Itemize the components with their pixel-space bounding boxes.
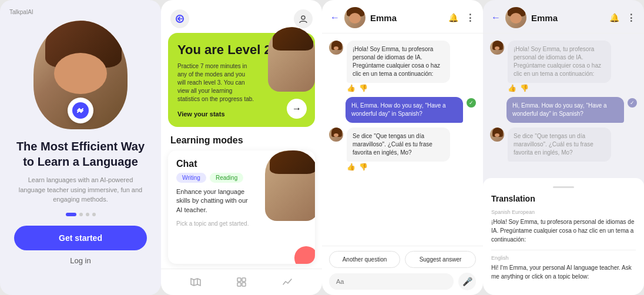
translation-divider <box>491 250 636 250</box>
nav-icon-button[interactable] <box>170 9 189 28</box>
chat-header: ← Emma 🔔 ⋮ <box>322 0 483 33</box>
chat-screen: ← Emma 🔔 ⋮ ¡Hola! Soy Emma, tu profesora… <box>322 0 483 295</box>
suggest-answer-button[interactable]: Suggest answer <box>405 251 476 268</box>
dot-3 <box>86 213 89 216</box>
translation-lang-1: Spanish European <box>491 209 636 215</box>
translation-text-1: ¡Hola! Soy Emma, tu profesora personal d… <box>491 217 636 244</box>
chat-card-desc: Enhance your language skills by chatting… <box>176 187 248 214</box>
svg-rect-2 <box>237 278 241 281</box>
chart-footer-icon[interactable] <box>280 275 294 289</box>
tag-writing: Writing <box>176 173 206 183</box>
svg-rect-3 <box>242 278 246 281</box>
map-footer-icon[interactable] <box>189 275 203 289</box>
thumbs-down-icon-4[interactable]: 👎 <box>520 84 529 92</box>
message-4-3: Se dice "Que tengas un día maravilloso".… <box>508 128 611 162</box>
chat-card[interactable]: Chat Writing Reading Enhance your langua… <box>168 150 315 264</box>
msg-avatar-3 <box>329 128 343 142</box>
back-button-4[interactable]: ← <box>491 12 501 23</box>
dot-2 <box>79 213 83 216</box>
translation-text-2: Hi! I'm Emma, your personal AI language … <box>491 263 636 281</box>
translation-lang-2: English <box>491 255 636 261</box>
message-row-4-3: Se dice "Que tengas un día maravilloso".… <box>490 128 637 162</box>
log-in-button[interactable]: Log in <box>70 256 90 265</box>
level-card: You are Level 2 Practice 7 more minutes … <box>168 33 315 127</box>
chat-translation-screen: ← Emma 🔔 ⋮ ¡Hola! Soy Emma, tu profesora… <box>483 0 644 295</box>
more-icon-4[interactable]: ⋮ <box>626 12 636 24</box>
tag-reading: Reading <box>210 173 243 183</box>
chat-agent-name-4: Emma <box>531 13 605 23</box>
header-actions: 🔔 ⋮ <box>448 12 475 24</box>
chat-input-field[interactable] <box>329 273 454 290</box>
thumbs-down-icon-3[interactable]: 👎 <box>359 163 368 171</box>
msg-actions-4-1: 👍 👎 <box>508 84 637 92</box>
message-row-4-2: ✓ Hi, Emma. How do you say, "Have a wond… <box>490 97 637 123</box>
volume-icon-4[interactable]: 🔔 <box>609 13 619 22</box>
dot-4 <box>92 213 96 216</box>
level-card-avatar <box>268 27 315 92</box>
main-title: The Most Efficient Way to Learn a Langua… <box>14 139 147 169</box>
level-arrow-button[interactable]: → <box>287 99 307 119</box>
pink-accent-decoration <box>294 246 315 264</box>
translation-handle <box>553 186 574 188</box>
level-desc: Practice 7 more minutes in any of the mo… <box>177 62 254 103</box>
welcome-screen: TalkpalAI The Most Efficient Way to Lear… <box>0 0 161 295</box>
grid-footer-icon[interactable] <box>234 275 249 289</box>
screen2-footer <box>161 269 322 295</box>
mic-button[interactable]: 🎤 <box>458 273 476 290</box>
thumbs-down-icon[interactable]: 👎 <box>359 84 368 92</box>
msg-actions-3: 👍 👎 <box>347 163 476 171</box>
learning-modes-screen: You are Level 2 Practice 7 more minutes … <box>161 0 322 295</box>
learning-modes-title: Learning modes <box>161 127 322 150</box>
chat-messages-4: ¡Hola! Soy Emma, tu profesora personal d… <box>483 33 644 178</box>
message-3: Se dice "Que tengas un día maravilloso".… <box>347 128 450 162</box>
thumbs-up-icon[interactable]: 👍 <box>347 84 355 92</box>
progress-dots <box>66 213 96 216</box>
msg-avatar-1 <box>329 41 343 55</box>
msg-avatar-4-3 <box>490 128 504 142</box>
get-started-button[interactable]: Get started <box>14 226 147 250</box>
message-row-1: ¡Hola! Soy Emma, tu profesora personal d… <box>329 41 476 92</box>
logo-inner <box>72 102 89 119</box>
thumbs-up-icon-4[interactable]: 👍 <box>508 84 516 92</box>
message-row-3: Se dice "Que tengas un día maravilloso".… <box>329 128 476 171</box>
back-button[interactable]: ← <box>330 12 340 23</box>
chat-action-buttons: Another question Suggest answer <box>329 251 476 268</box>
profile-icon-button[interactable] <box>294 9 313 28</box>
more-icon[interactable]: ⋮ <box>465 12 475 24</box>
message-4-2: Hi, Emma. How do you say, "Have a wonder… <box>507 97 624 123</box>
message-2: Hi, Emma. How do you say, "Have a wonder… <box>346 97 463 123</box>
chat-avatar-4 <box>505 7 526 28</box>
volume-icon[interactable]: 🔔 <box>448 13 458 22</box>
chat-footer: Another question Suggest answer 🎤 <box>322 246 483 295</box>
logo-badge <box>68 98 93 123</box>
check-icon: ✓ <box>467 98 476 108</box>
translation-panel: Translation Spanish European ¡Hola! Soy … <box>483 178 644 295</box>
dot-1 <box>66 213 76 216</box>
chat-avatar <box>344 7 365 28</box>
thumbs-up-icon-3[interactable]: 👍 <box>347 163 355 171</box>
another-question-button[interactable]: Another question <box>329 251 400 268</box>
chat-messages: ¡Hola! Soy Emma, tu profesora personal d… <box>322 33 483 246</box>
message-row-4-1: ¡Hola! Soy Emma, tu profesora personal d… <box>490 41 637 92</box>
message-4-1: ¡Hola! Soy Emma, tu profesora personal d… <box>508 41 611 83</box>
chat-input-row: 🎤 <box>329 273 476 290</box>
svg-rect-5 <box>242 283 246 286</box>
view-stats-link[interactable]: View your stats <box>177 110 306 118</box>
hero-image <box>28 12 133 129</box>
translation-title: Translation <box>491 194 636 203</box>
message-1: ¡Hola! Soy Emma, tu profesora personal d… <box>347 41 450 83</box>
chat-card-placeholder: Pick a topic and get started. <box>176 220 307 227</box>
msg-avatar-4-1 <box>490 41 504 55</box>
chat-agent-name: Emma <box>370 13 444 23</box>
svg-rect-4 <box>237 283 241 286</box>
brand-name: Talkpal <box>9 9 28 15</box>
chat-card-avatar <box>265 150 315 221</box>
subtitle: Learn languages with an AI-powered langu… <box>14 175 147 205</box>
message-row-2: ✓ Hi, Emma. How do you say, "Have a wond… <box>329 97 476 123</box>
msg-actions-1: 👍 👎 <box>347 84 476 92</box>
header-actions-4: 🔔 ⋮ <box>609 12 636 24</box>
check-icon-4: ✓ <box>628 98 637 108</box>
svg-point-1 <box>301 16 305 19</box>
chat-header-4: ← Emma 🔔 ⋮ <box>483 0 644 33</box>
